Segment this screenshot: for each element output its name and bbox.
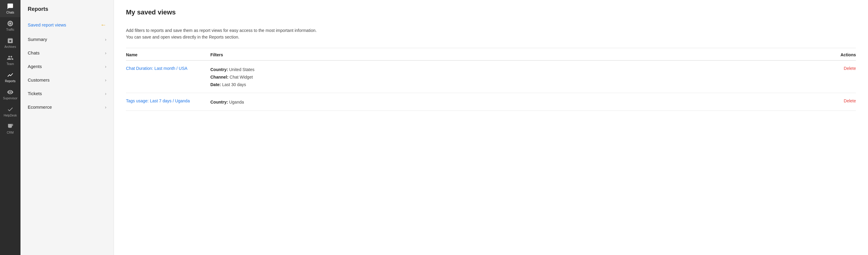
customers-chevron-icon: › xyxy=(105,78,106,82)
helpdesk-icon xyxy=(7,106,13,113)
col-header-actions: Actions xyxy=(820,48,856,61)
sidebar-item-reports-label: Reports xyxy=(5,79,16,83)
traffic-icon xyxy=(7,20,13,27)
nav-chats-label: Chats xyxy=(28,50,39,56)
nav-summary[interactable]: Summary › xyxy=(21,33,114,46)
chats-chevron-icon: › xyxy=(105,50,106,56)
team-icon xyxy=(7,54,13,61)
nav-saved-report-views-label: Saved report views xyxy=(28,22,66,27)
nav-summary-label: Summary xyxy=(28,37,47,42)
sidebar-item-crm[interactable]: CRM xyxy=(0,120,21,137)
reports-icon xyxy=(7,72,13,78)
agents-chevron-icon: › xyxy=(105,64,106,69)
archives-icon xyxy=(7,37,13,44)
nav-ecommerce[interactable]: Ecommerce › xyxy=(21,100,114,114)
sidebar-item-archives-label: Archives xyxy=(4,45,16,48)
view-name-link-1[interactable]: Tags usage: Last 7 days / Uganda xyxy=(126,99,190,103)
view-name-link-0[interactable]: Chat Duration: Last month / USA xyxy=(126,66,187,71)
nav-agents[interactable]: Agents › xyxy=(21,60,114,73)
summary-chevron-icon: › xyxy=(105,37,106,42)
svg-point-0 xyxy=(7,21,13,26)
nav-customers-label: Customers xyxy=(28,77,50,82)
description-box: Add filters to reports and save them as … xyxy=(126,22,856,48)
sidebar-item-team[interactable]: Team xyxy=(0,51,21,69)
filter-text-0: Country: United StatesChannel: Chat Widg… xyxy=(210,66,820,89)
filter-text-1: Country: Uganda xyxy=(210,99,820,106)
icon-nav: Chats Traffic Archives Team Reports Supe… xyxy=(0,0,21,255)
crm-icon xyxy=(7,123,13,130)
supervisor-icon xyxy=(7,89,13,96)
sidebar-item-reports[interactable]: Reports xyxy=(0,69,21,86)
arrow-indicator: ← xyxy=(100,22,106,28)
sidebar-item-supervisor[interactable]: Supervisor xyxy=(0,86,21,103)
nav-chats[interactable]: Chats › xyxy=(21,46,114,60)
sidebar-item-chats[interactable]: Chats xyxy=(0,0,21,17)
sidebar-item-crm-label: CRM xyxy=(7,131,14,134)
sidebar-item-chats-label: Chats xyxy=(6,11,14,14)
reports-panel: Reports Saved report views ← Summary › C… xyxy=(21,0,114,255)
nav-ecommerce-label: Ecommerce xyxy=(28,105,52,110)
nav-agents-label: Agents xyxy=(28,64,42,69)
nav-customers[interactable]: Customers › xyxy=(21,73,114,87)
description-line-2: You can save and open views directly in … xyxy=(126,34,856,40)
delete-button-0[interactable]: Delete xyxy=(844,66,856,71)
page-title: My saved views xyxy=(126,8,856,16)
ecommerce-chevron-icon: › xyxy=(105,105,106,110)
sidebar-item-helpdesk[interactable]: HelpDesk xyxy=(0,103,21,120)
description-line-1: Add filters to reports and save them as … xyxy=(126,27,856,34)
col-header-name: Name xyxy=(126,48,210,61)
delete-button-1[interactable]: Delete xyxy=(844,99,856,103)
sidebar-item-archives[interactable]: Archives xyxy=(0,34,21,51)
nav-saved-report-views[interactable]: Saved report views ← xyxy=(21,17,114,33)
sidebar-item-team-label: Team xyxy=(7,62,14,66)
sidebar-item-traffic-label: Traffic xyxy=(6,28,14,31)
chats-icon xyxy=(7,3,13,10)
sidebar-item-helpdesk-label: HelpDesk xyxy=(4,114,17,117)
nav-tickets-label: Tickets xyxy=(28,91,42,96)
saved-views-table: Name Filters Actions Chat Duration: Last… xyxy=(126,48,856,111)
col-header-filters: Filters xyxy=(210,48,820,61)
reports-panel-title: Reports xyxy=(21,0,114,17)
main-content: My saved views Add filters to reports an… xyxy=(114,0,868,255)
table-row: Chat Duration: Last month / USACountry: … xyxy=(126,60,856,93)
sidebar-item-traffic[interactable]: Traffic xyxy=(0,17,21,34)
sidebar-item-supervisor-label: Supervisor xyxy=(3,97,18,100)
table-row: Tags usage: Last 7 days / UgandaCountry:… xyxy=(126,93,856,110)
tickets-chevron-icon: › xyxy=(105,91,106,96)
nav-tickets[interactable]: Tickets › xyxy=(21,87,114,100)
